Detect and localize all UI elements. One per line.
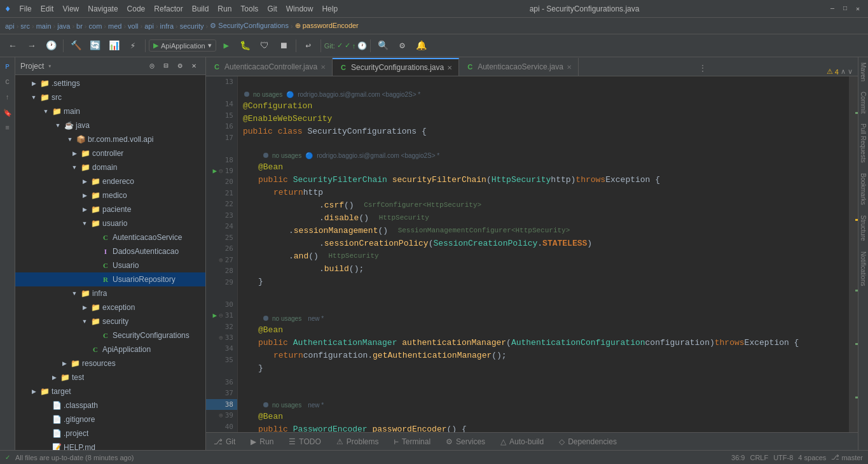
panel-locate-button[interactable]: ◎ xyxy=(146,60,158,73)
status-indent[interactable]: 4 spaces xyxy=(798,454,826,461)
breadcrumb-java[interactable]: java xyxy=(57,22,70,30)
fold-gutter-icon[interactable]: ⊕ xyxy=(219,411,223,419)
right-panel-bookmarks[interactable]: Bookmarks xyxy=(858,168,868,210)
bottom-tab-run[interactable]: ▶ Run xyxy=(243,433,281,451)
search-button[interactable]: 🔍 xyxy=(374,37,392,55)
menu-window[interactable]: Window xyxy=(282,3,317,15)
coverage-run-button[interactable]: 🛡 xyxy=(256,37,273,55)
tree-item-gitignore[interactable]: ▶ 📄 .gitignore xyxy=(15,412,205,426)
tree-item-usuario-class[interactable]: ▶ C Usuario xyxy=(15,258,205,272)
tab-security-configurations[interactable]: C SecurityConfigurations.java ✕ xyxy=(333,58,459,76)
breadcrumb-main[interactable]: main xyxy=(36,22,52,30)
tab-close-button[interactable]: ✕ xyxy=(567,64,572,71)
bookmarks-toggle[interactable]: 🔖 xyxy=(1,106,15,120)
right-panel-commit[interactable]: Commit xyxy=(858,87,868,118)
back-button[interactable]: ← xyxy=(4,37,22,55)
next-warning-button[interactable]: ∨ xyxy=(848,67,853,76)
fold-gutter-icon[interactable]: ⊕ xyxy=(219,256,223,264)
tree-item-target[interactable]: ▶ 📁 target xyxy=(15,384,205,398)
tab-close-button[interactable]: ✕ xyxy=(447,64,452,71)
tree-item-autenticacao-service[interactable]: ▶ C AutenticacaoService xyxy=(15,230,205,244)
tree-item-package[interactable]: ▼ 📦 br.com.med.voll.api xyxy=(15,132,205,146)
notifications-button[interactable]: 🔔 xyxy=(412,37,430,55)
right-panel-maven[interactable]: Maven xyxy=(858,57,868,87)
tree-item-test[interactable]: ▶ 📁 test xyxy=(15,370,205,384)
sync-button[interactable]: 🔄 xyxy=(86,37,104,55)
status-branch[interactable]: ⎇ master xyxy=(831,453,863,461)
tree-item-endereco[interactable]: ▶ 📁 endereco xyxy=(15,174,205,188)
debug-button[interactable]: 🐛 xyxy=(237,37,254,55)
panel-dropdown-icon[interactable]: ▾ xyxy=(48,62,52,70)
coverage-button[interactable]: 📊 xyxy=(105,37,123,55)
code-area[interactable]: no usages 🔵 rodrigo.baggio.si@gmail.com … xyxy=(238,76,849,432)
tree-item-security[interactable]: ▼ 📁 security xyxy=(15,314,205,328)
run-config-dropdown[interactable]: ▶ ApiApplication ▾ xyxy=(149,39,216,52)
panel-close-button[interactable]: ✕ xyxy=(188,60,200,73)
fold-gutter-icon[interactable]: ⊖ xyxy=(219,311,223,320)
breadcrumb-com[interactable]: com xyxy=(89,22,102,30)
status-encoding[interactable]: UTF-8 xyxy=(773,454,793,461)
tree-item-usuario-repository[interactable]: ▶ R UsuarioRepository xyxy=(15,272,205,286)
tree-item-help-md[interactable]: ▶ 📝 HELP.md xyxy=(15,440,205,450)
tab-close-button[interactable]: ✕ xyxy=(320,64,326,71)
forward-button[interactable]: → xyxy=(23,37,41,55)
right-panel-notifications[interactable]: Notifications xyxy=(858,246,868,291)
tree-item-medico[interactable]: ▶ 📁 medico xyxy=(15,188,205,202)
menu-code[interactable]: Code xyxy=(123,3,149,15)
breadcrumb-security[interactable]: security xyxy=(180,22,204,30)
menu-help[interactable]: Help xyxy=(318,3,341,15)
breadcrumb-voll[interactable]: voll xyxy=(128,22,139,30)
bottom-tab-dependencies[interactable]: ◇ Dependencies xyxy=(551,433,624,451)
tree-item-usuario[interactable]: ▼ 📁 usuario xyxy=(15,216,205,230)
bottom-tab-todo[interactable]: ☰ TODO xyxy=(281,433,328,451)
menu-view[interactable]: View xyxy=(59,3,83,15)
menu-file[interactable]: File xyxy=(15,3,35,15)
right-panel-pull-requests[interactable]: Pull Requests xyxy=(858,118,868,168)
bottom-tab-terminal[interactable]: ⊢ Terminal xyxy=(387,433,439,451)
breadcrumb-br[interactable]: br xyxy=(76,22,83,30)
tree-item-src[interactable]: ▼ 📁 src xyxy=(15,90,205,104)
undo-button[interactable]: ↩ xyxy=(300,37,317,55)
maximize-button[interactable]: □ xyxy=(840,4,850,14)
status-line-ending[interactable]: CRLF xyxy=(750,454,768,461)
commit-panel-toggle[interactable]: C xyxy=(1,75,15,89)
tree-item-classpath[interactable]: ▶ 📄 .classpath xyxy=(15,398,205,412)
menu-run[interactable]: Run xyxy=(214,3,235,15)
breadcrumb-med[interactable]: med xyxy=(108,22,121,30)
tree-item-infra[interactable]: ▼ 📁 infra xyxy=(15,286,205,300)
tree-item-domain[interactable]: ▼ 📁 domain xyxy=(15,160,205,174)
bottom-tab-auto-build[interactable]: △ Auto-build xyxy=(493,433,551,451)
run-gutter-icon[interactable]: ▶ xyxy=(213,311,217,320)
breadcrumb-api[interactable]: api xyxy=(5,22,15,30)
minimize-button[interactable]: — xyxy=(827,4,837,14)
breadcrumb-api2[interactable]: api xyxy=(144,22,154,30)
tab-autenticacao-service[interactable]: C AutenticacaoService.java ✕ xyxy=(459,58,579,76)
tab-autenticacao-controller[interactable]: C AutenticacaoController.java ✕ xyxy=(206,58,333,76)
breadcrumb-class[interactable]: ⚙ SecurityConfigurations xyxy=(210,22,289,30)
structure-toggle[interactable]: ≡ xyxy=(1,121,15,135)
tree-item-main[interactable]: ▼ 📁 main xyxy=(15,104,205,118)
tree-item-settings[interactable]: ▶ 📁 .settings xyxy=(15,76,205,90)
menu-tools[interactable]: Tools xyxy=(237,3,262,15)
pull-requests-toggle[interactable]: ↑ xyxy=(1,90,15,104)
prev-warning-button[interactable]: ∧ xyxy=(841,67,846,76)
profile-button[interactable]: ⚡ xyxy=(124,37,142,55)
project-panel-toggle[interactable]: P xyxy=(1,60,15,74)
editor-scrollbar[interactable] xyxy=(849,76,858,432)
breadcrumb-infra[interactable]: infra xyxy=(160,22,174,30)
close-button[interactable]: ✕ xyxy=(853,4,863,14)
tree-item-dados-autenticacao[interactable]: ▶ I DadosAutenticacao xyxy=(15,244,205,258)
tree-item-controller[interactable]: ▶ 📁 controller xyxy=(15,146,205,160)
panel-options-button[interactable]: ⚙ xyxy=(174,60,186,73)
breadcrumb-src[interactable]: src xyxy=(20,22,30,30)
stop-button[interactable]: ⏹ xyxy=(275,37,293,55)
menu-refactor[interactable]: Refactor xyxy=(150,3,186,15)
build-button[interactable]: 🔨 xyxy=(67,37,85,55)
git-history-icon[interactable]: 🕐 xyxy=(357,41,367,50)
menu-edit[interactable]: Edit xyxy=(37,3,58,15)
tree-item-resources[interactable]: ▶ 📁 resources xyxy=(15,356,205,370)
tree-item-exception[interactable]: ▶ 📁 exception xyxy=(15,300,205,314)
tree-item-java[interactable]: ▼ ☕ java xyxy=(15,118,205,132)
menu-build[interactable]: Build xyxy=(188,3,213,15)
tab-more-button[interactable]: ⋮ xyxy=(694,61,712,76)
